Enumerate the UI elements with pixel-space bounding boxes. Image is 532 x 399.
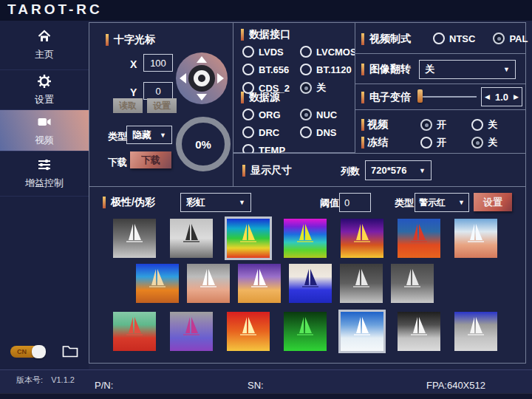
arrow-left-icon[interactable]: [180, 73, 186, 83]
palette-thumb-violet-amber[interactable]: [238, 264, 281, 303]
language-toggle[interactable]: CN: [10, 346, 44, 358]
radio-circle-icon[interactable]: [471, 119, 483, 131]
read-button[interactable]: 读取: [113, 98, 143, 113]
data-source-options: ORGNUCDRCDNSTEMP: [242, 109, 337, 156]
radio-option-label: ORG: [259, 109, 281, 120]
data-interface-options: LVDSLVCMOSBT.656BT.1120CDS_2关: [242, 46, 357, 95]
radio-option-DNS[interactable]: DNS: [300, 126, 337, 138]
radio-circle-icon[interactable]: [300, 109, 312, 120]
sidebar-item-gain-control[interactable]: 增益控制: [0, 151, 89, 197]
radio-option-关[interactable]: 关: [471, 118, 497, 132]
radio-option-开[interactable]: 开: [420, 118, 446, 132]
palette-thumb-arctic[interactable]: [398, 219, 440, 258]
radio-circle-icon[interactable]: [300, 46, 312, 58]
sailboat-glyph: [398, 219, 440, 258]
status-bar: 版本号: V1.1.2 P/N: SN: FPA:640X512: [0, 369, 532, 399]
palette-thumb-black-hot[interactable]: [170, 219, 213, 258]
palette-thumb-white-hot[interactable]: [113, 219, 156, 258]
radio-option-LVCMOS[interactable]: LVCMOS: [300, 46, 357, 58]
palette-thumb-green[interactable]: [284, 312, 327, 351]
zoom-slider-track[interactable]: [422, 96, 477, 98]
zoom-slider-handle[interactable]: [417, 89, 423, 103]
type-label: 类型: [108, 130, 127, 143]
palette-thumb-blue-orange[interactable]: [136, 264, 179, 303]
radio-option-ORG[interactable]: ORG: [242, 109, 300, 120]
radio-option-label: BT.656: [259, 64, 289, 75]
arrow-up-icon[interactable]: [197, 56, 207, 63]
palette-thumb-black-white[interactable]: [398, 312, 440, 351]
palette-thumb-gray-dark2[interactable]: [391, 264, 434, 303]
display-size-dropdown[interactable]: 720*576 ▼: [365, 160, 432, 180]
download-label: 下载: [108, 156, 127, 169]
image-flip-dropdown[interactable]: 关 ▼: [419, 60, 516, 79]
palette-thumb-teal-red[interactable]: [113, 312, 156, 351]
radio-option-BT.656[interactable]: BT.656: [242, 64, 300, 75]
stepper-decrease-icon[interactable]: ◀: [485, 93, 490, 100]
stepper-increase-icon[interactable]: ▶: [514, 93, 519, 100]
radio-option-PAL[interactable]: PAL: [493, 33, 528, 44]
version-value: V1.1.2: [51, 375, 75, 384]
sailboat-glyph: [170, 219, 213, 258]
fpa-resolution: FPA:640X512: [426, 380, 485, 391]
radio-circle-icon[interactable]: [242, 64, 254, 75]
arrow-right-icon[interactable]: [217, 73, 224, 83]
y-input[interactable]: [143, 82, 173, 100]
palette-thumb-steel-blue[interactable]: [454, 312, 497, 351]
radio-option-NUC[interactable]: NUC: [300, 109, 337, 120]
download-progress-ring: 0%: [176, 117, 231, 171]
radio-option-label: DRC: [259, 127, 279, 138]
radio-circle-icon[interactable]: [242, 126, 254, 138]
toggle-handle[interactable]: [32, 345, 46, 358]
folder-icon[interactable]: [62, 344, 78, 358]
radio-option-BT.1120[interactable]: BT.1120: [300, 64, 357, 75]
x-input[interactable]: [143, 54, 173, 72]
video-freeze-panel: 视频 开关 冻结 开关: [355, 109, 526, 154]
electronic-zoom-panel: 电子变倍 ◀ 1.0 ▶: [355, 83, 526, 110]
crosshair-panel: 十字光标 X Y 读取 设置 类型 隐藏 ▼ 0% 下载 下载: [89, 22, 233, 187]
accent-bar-icon: [361, 119, 364, 131]
sailboat-glyph: [284, 219, 327, 258]
radio-option-NTSC[interactable]: NTSC: [433, 33, 475, 44]
sidebar-item-settings[interactable]: 设置: [0, 70, 89, 110]
radio-option-DRC[interactable]: DRC: [242, 126, 300, 138]
radio-circle-icon[interactable]: [300, 64, 312, 75]
palette-thumb-lava[interactable]: [227, 312, 270, 351]
radio-circle-icon[interactable]: [420, 137, 432, 149]
palette-thumb-sepia-cool[interactable]: [454, 219, 497, 258]
set-button[interactable]: 设置: [147, 98, 177, 113]
palette-thumb-rainbow[interactable]: [227, 219, 270, 258]
sailboat-glyph: [113, 312, 156, 351]
part-number-label: P/N:: [95, 380, 113, 391]
dpad-center-button[interactable]: [188, 65, 215, 92]
palette-thumb-gray-salmon[interactable]: [187, 264, 230, 303]
palette-thumb-rainbow-hc[interactable]: [284, 219, 327, 258]
type-dropdown[interactable]: 隐藏 ▼: [126, 126, 172, 144]
radio-option-LVDS[interactable]: LVDS: [242, 46, 300, 58]
home-icon: [37, 29, 52, 44]
radio-option-关[interactable]: 关: [471, 136, 497, 149]
freeze-row-options: 开关: [420, 136, 497, 149]
download-button[interactable]: 下载: [130, 151, 171, 168]
arrow-down-icon[interactable]: [197, 94, 207, 100]
palette-thumb-gray-violet[interactable]: [170, 312, 213, 351]
video-standard-options: NTSCPAL: [433, 33, 528, 44]
sidebar-item-video[interactable]: 视频: [0, 110, 89, 151]
radio-circle-icon[interactable]: [471, 137, 483, 149]
radio-circle-icon[interactable]: [242, 109, 254, 120]
radio-circle-icon[interactable]: [242, 46, 254, 58]
radio-circle-icon[interactable]: [420, 119, 432, 131]
palette-thumb-gray-dark[interactable]: [340, 264, 383, 303]
palette-thumb-cream-blue[interactable]: [289, 264, 332, 303]
accent-bar-icon: [106, 34, 109, 46]
palette-thumb-ice[interactable]: [341, 312, 383, 351]
gear-icon: [37, 74, 52, 89]
radio-option-关[interactable]: 关: [300, 81, 357, 95]
palette-thumb-ironbow[interactable]: [341, 219, 383, 258]
radio-circle-icon[interactable]: [300, 82, 312, 94]
sailboat-glyph: [136, 264, 179, 303]
sidebar-item-home[interactable]: 主页: [0, 21, 89, 70]
radio-circle-icon[interactable]: [300, 126, 312, 138]
radio-circle-icon[interactable]: [493, 33, 505, 44]
radio-circle-icon[interactable]: [433, 33, 445, 44]
radio-option-开[interactable]: 开: [420, 136, 446, 149]
